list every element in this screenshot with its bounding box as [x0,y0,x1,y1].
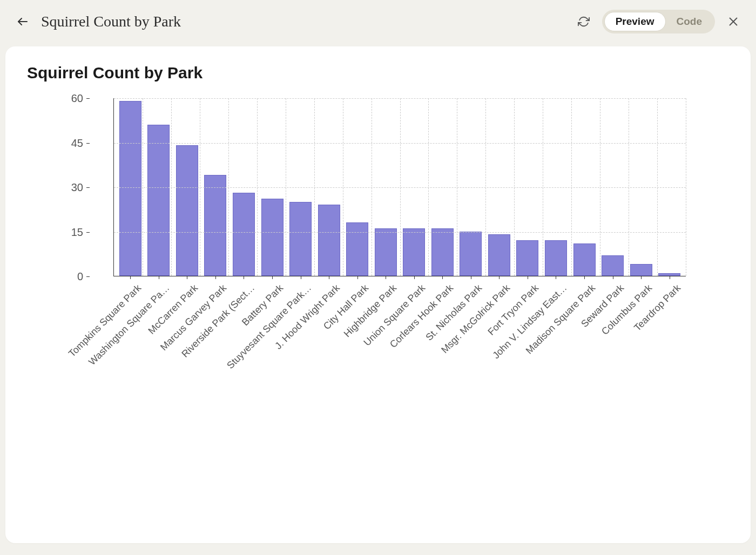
grid-line [200,98,200,276]
bar[interactable] [289,202,312,276]
x-tick-mark [386,276,386,279]
tab-code[interactable]: Code [666,12,713,31]
refresh-icon [578,16,590,28]
tab-preview[interactable]: Preview [604,12,666,31]
y-tick-label: 15 [71,226,83,238]
x-tick-mark [187,276,187,279]
grid-line [543,98,543,276]
grid-line [600,98,600,276]
y-tick-mark [86,276,90,277]
bar[interactable] [431,228,454,276]
header-controls: Preview Code [576,10,741,33]
x-tick-label: McCarren Park [146,282,200,336]
grid-line [257,98,258,276]
bar[interactable] [375,228,397,276]
grid-line [629,98,629,276]
grid-line [314,98,315,276]
y-tick-label: 60 [71,92,83,105]
grid-line [686,98,686,276]
bar[interactable] [119,101,141,276]
x-tick-mark [329,276,329,279]
x-tick-mark [215,276,216,279]
y-tick-mark [86,98,90,99]
grid-line [372,98,372,276]
y-tick-label: 45 [71,137,83,149]
x-tick-mark [641,276,642,279]
grid-line [171,98,172,276]
refresh-button[interactable] [576,14,591,29]
grid-line [657,98,658,276]
bar[interactable] [346,222,368,276]
grid-line [571,98,572,276]
y-tick-mark [86,187,90,188]
chart-title: Squirrel Count by Park [27,64,729,82]
x-tick-mark [471,276,471,279]
bar[interactable] [460,232,482,276]
chart: 015304560 Tompkins Square ParkWashington… [113,98,686,276]
y-tick-mark [86,232,90,233]
bar[interactable] [261,199,284,276]
bar[interactable] [403,228,425,276]
grid-line [343,98,343,276]
x-tick-mark [301,276,301,279]
y-tick-label: 0 [77,270,83,283]
bar[interactable] [602,255,624,276]
x-tick-mark [584,276,585,279]
bar[interactable] [516,240,538,276]
bar[interactable] [573,243,596,276]
x-tick-mark [556,276,556,279]
bar[interactable] [545,240,567,276]
grid-line [428,98,429,276]
x-tick-label: Columbus Park [599,282,654,337]
close-button[interactable] [726,14,741,29]
bar[interactable] [147,125,170,276]
page-title: Squirrel Count by Park [41,13,565,30]
bar[interactable] [488,234,510,276]
grid-line [143,98,143,276]
x-tick-mark [272,276,273,279]
y-tick-label: 30 [71,181,83,194]
bar[interactable] [204,175,226,276]
bar[interactable] [176,145,198,276]
grid-line [228,98,229,276]
x-tick-mark [159,276,159,279]
header-bar: Squirrel Count by Park Preview Code [0,0,756,43]
view-toggle: Preview Code [602,10,715,33]
x-tick-mark [244,276,244,279]
grid-line [485,98,486,276]
bar[interactable] [233,193,255,276]
grid-line [400,98,401,276]
x-tick-mark [130,276,131,279]
x-tick-mark [613,276,613,279]
back-button[interactable] [15,14,30,29]
grid-line [457,98,457,276]
x-tick-mark [442,276,443,279]
bar[interactable] [318,205,340,276]
x-tick-mark [357,276,358,279]
content-panel: Squirrel Count by Park 015304560 Tompkin… [5,46,751,543]
grid-line [514,98,515,276]
y-tick-mark [86,143,90,144]
x-tick-mark [528,276,528,279]
x-tick-mark [670,276,670,279]
grid-line [286,98,286,276]
x-tick-mark [414,276,415,279]
bar[interactable] [630,264,652,276]
close-icon [727,16,739,28]
arrow-left-icon [16,15,29,28]
x-tick-mark [499,276,500,279]
plot-area: Tompkins Square ParkWashington Square Pa… [113,98,686,276]
